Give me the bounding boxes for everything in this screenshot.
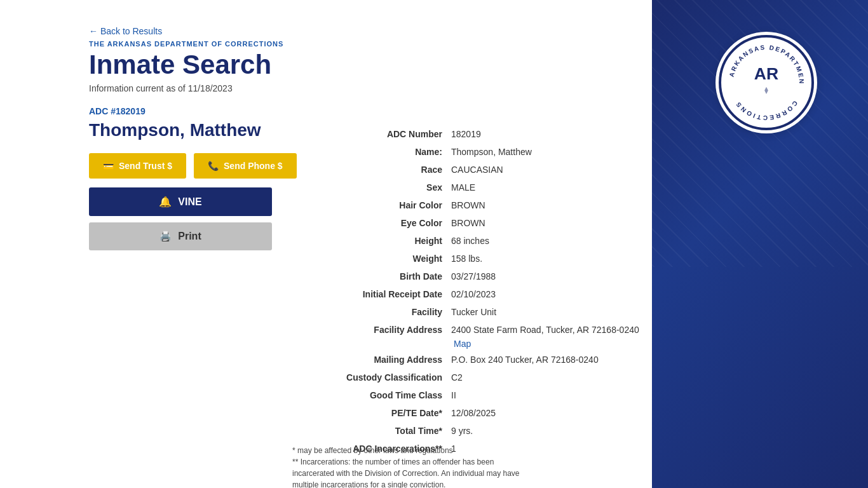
value-mailing-address: P.O. Box 240 Tucker, AR 72168-0240 (451, 353, 654, 367)
value-pe-te: 12/08/2025 (451, 406, 654, 420)
detail-row-facility-address: Facility Address 2400 State Farm Road, T… (311, 323, 654, 351)
detail-row-total-time: Total Time* 9 yrs. (311, 424, 654, 440)
detail-row-mailing-address: Mailing Address P.O. Box 240 Tucker, AR … (311, 353, 654, 369)
logo-ar-text: AR (754, 64, 778, 83)
detail-row-pe-te: PE/TE Date* 12/08/2025 (311, 406, 654, 423)
send-phone-button[interactable]: 📞 Send Phone $ (194, 153, 297, 179)
send-phone-label: Send Phone $ (224, 161, 283, 171)
value-good-time: II (451, 388, 654, 402)
value-total-time: 9 yrs. (451, 424, 654, 438)
label-good-time: Good Time Class (311, 388, 451, 402)
detail-row-good-time: Good Time Class II (311, 388, 654, 405)
label-facility: Facility (311, 305, 451, 319)
value-custody: C2 (451, 370, 654, 384)
footnote-line3: incarcerated with the Division of Correc… (292, 468, 661, 479)
phone-icon: 📞 (208, 161, 219, 171)
send-trust-label: Send Trust $ (119, 161, 172, 171)
label-pe-te: PE/TE Date* (311, 406, 451, 420)
send-trust-button[interactable]: 💳 Send Trust $ (89, 153, 186, 179)
value-facility-address: 2400 State Farm Road, Tucker, AR 72168-0… (451, 323, 654, 351)
svg-marker-2 (764, 87, 768, 94)
main-content: ← Back to Results THE ARKANSAS DEPARTMEN… (0, 0, 661, 286)
detail-row-custody: Custody Classification C2 (311, 370, 654, 387)
facility-address-text: 2400 State Farm Road, Tucker, AR 72168-0… (451, 325, 639, 335)
detail-row-facility: Facility Tucker Unit (311, 305, 654, 322)
label-facility-address: Facility Address (311, 323, 451, 337)
footnote-line1: * may be affected by other laws and regu… (292, 445, 661, 456)
action-buttons-row: 💳 Send Trust $ 📞 Send Phone $ (89, 153, 623, 179)
label-mailing-address: Mailing Address (311, 353, 451, 367)
inmate-name: Thompson, Matthew (89, 120, 623, 140)
label-initial-receipt: Initial Receipt Date (311, 287, 451, 301)
back-link[interactable]: ← Back to Results (89, 26, 162, 36)
dept-label: THE ARKANSAS DEPARTMENT OF CORRECTIONS (89, 40, 623, 48)
logo-ring-svg: ARKANSAS DEPARTMENT OF CORRECTIONS AR (721, 37, 811, 128)
svg-text:CORRECTIONS: CORRECTIONS (734, 100, 799, 122)
map-link[interactable]: Map (454, 339, 471, 349)
print-button[interactable]: 🖨️ Print (89, 222, 272, 250)
detail-row-initial-receipt: Initial Receipt Date 02/10/2023 (311, 287, 654, 304)
page-title: Inmate Search (89, 50, 623, 79)
footnote-line2: ** Incarcerations: the number of times a… (292, 456, 661, 468)
label-total-time: Total Time* (311, 424, 451, 438)
vine-label: VINE (178, 196, 201, 208)
print-label: Print (178, 231, 201, 242)
logo-circle: ARKANSAS DEPARTMENT OF CORRECTIONS AR (715, 32, 817, 133)
value-initial-receipt: 02/10/2023 (451, 287, 654, 301)
value-facility: Tucker Unit (451, 305, 654, 319)
bell-icon: 🔔 (159, 196, 172, 208)
card-icon: 💳 (103, 161, 114, 171)
print-icon: 🖨️ (159, 231, 172, 242)
adc-number-label: ADC #182019 (89, 106, 623, 116)
footnotes: * may be affected by other laws and regu… (292, 445, 661, 488)
footnote-line4: multiple incarcerations for a single con… (292, 479, 661, 488)
label-custody: Custody Classification (311, 370, 451, 384)
logo-inner: ARKANSAS DEPARTMENT OF CORRECTIONS AR (719, 35, 814, 130)
info-current: Information current as of 11/18/2023 (89, 83, 623, 93)
vine-button[interactable]: 🔔 VINE (89, 187, 272, 216)
